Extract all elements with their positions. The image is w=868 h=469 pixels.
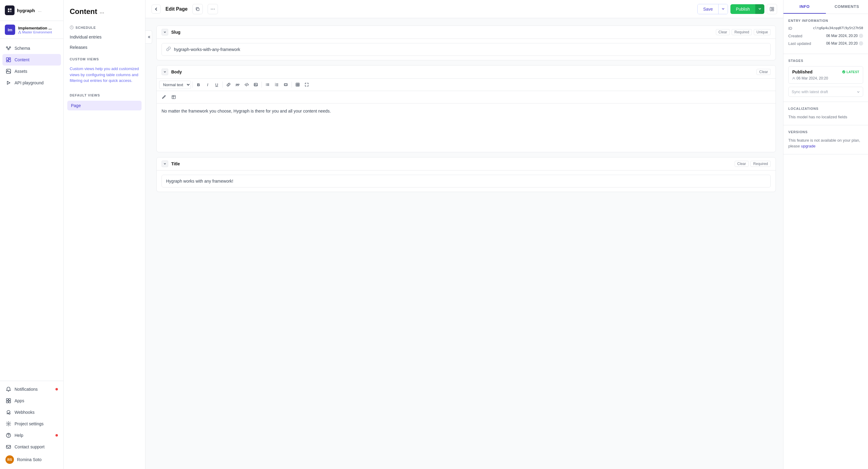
svg-point-29 [213, 8, 213, 9]
save-button[interactable]: Save [698, 4, 718, 14]
title-input[interactable] [161, 175, 771, 187]
svg-point-22 [8, 423, 9, 425]
link-rte-button[interactable] [224, 80, 233, 89]
main-nav: Schema Content Assets [0, 39, 63, 381]
id-label: ID [788, 26, 792, 31]
svg-point-37 [266, 84, 267, 85]
schedule-section-label: SCHEDULE [64, 21, 145, 32]
apps-label: Apps [14, 398, 24, 403]
ordered-list-button[interactable]: 1 2 3 [273, 80, 281, 89]
entry-info-title: ENTRY INFORMATION [788, 19, 863, 23]
stages-title: STAGES [788, 59, 863, 62]
table-2-button[interactable] [169, 93, 178, 101]
workspace-section[interactable]: Im Implementation ... Master Environment [0, 21, 63, 39]
italic-button[interactable]: I [204, 80, 212, 89]
save-dropdown-button[interactable] [719, 4, 728, 14]
bullet-list-button[interactable] [264, 80, 272, 89]
collapse-right-button[interactable] [783, 0, 783, 13]
sidebar-item-schema[interactable]: Schema [2, 42, 61, 54]
more-button[interactable] [208, 4, 218, 14]
chevron-down-small-icon [164, 31, 166, 33]
svg-rect-7 [9, 47, 10, 48]
fullscreen-button[interactable] [303, 80, 311, 89]
rte-content-area[interactable]: No matter the framework you choose, Hygr… [157, 104, 776, 152]
sidebar-item-api[interactable]: API playground [2, 77, 61, 89]
upgrade-link[interactable]: upgrade [801, 144, 815, 148]
publish-dropdown-button[interactable] [755, 4, 764, 14]
copy-icon [195, 7, 200, 11]
content-title-more[interactable]: ... [100, 8, 104, 15]
svg-point-36 [266, 83, 267, 84]
stage-name: Published [792, 69, 812, 74]
slug-collapse-button[interactable] [161, 29, 168, 35]
workspace-item[interactable]: Im Implementation ... Master Environment [5, 25, 59, 35]
id-value: cltg6p4u34zqq07l9y5t27h50 [813, 26, 863, 30]
edit-button[interactable] [160, 93, 168, 101]
body-field-label: Body [171, 69, 182, 74]
tab-comments[interactable]: COMMENTS [826, 0, 868, 13]
title-collapse-button[interactable] [161, 160, 168, 167]
more-icon [210, 7, 215, 11]
sidebar-item-notifications[interactable]: Notifications [2, 383, 61, 395]
link-icon [166, 47, 171, 53]
quote-icon [236, 83, 240, 87]
svg-rect-27 [197, 8, 199, 10]
versions-section: VERSIONS This feature is not available o… [783, 125, 868, 154]
svg-point-24 [8, 437, 9, 437]
contact-support-label: Contact support [14, 444, 44, 449]
sidebar-link-individual-entries[interactable]: Individual entries [64, 32, 145, 42]
toolbar-divider-1 [192, 82, 193, 88]
sidebar-item-content[interactable]: Content [2, 54, 61, 65]
toolbar-divider-4 [291, 82, 292, 88]
slug-field: Slug Clear Required Unique [156, 26, 776, 60]
sidebar-item-project-settings[interactable]: Project settings [2, 418, 61, 430]
text-style-select[interactable]: Normal text [159, 81, 191, 89]
copy-button[interactable] [192, 4, 203, 14]
image-button[interactable] [252, 80, 260, 89]
embed-button[interactable] [282, 80, 290, 89]
body-field-actions: Clear [756, 69, 771, 75]
custom-views-label: CUSTOM VIEWS [64, 53, 145, 63]
table-button[interactable] [293, 80, 302, 89]
top-bar-actions: Save Publish [698, 4, 777, 14]
bold-button[interactable]: B [194, 80, 203, 89]
svg-rect-33 [772, 9, 774, 11]
sidebar-item-contact-support[interactable]: Contact support [2, 441, 61, 452]
sidebar-item-assets[interactable]: Assets [2, 65, 61, 77]
slug-clear-button[interactable]: Clear [716, 29, 730, 35]
sync-dropdown[interactable]: Sync with latest draft [788, 87, 863, 97]
content-title: Content [70, 7, 97, 16]
branch-icon [18, 31, 21, 34]
rte-toolbar: Normal text B I U [157, 79, 776, 91]
underline-button[interactable]: U [213, 80, 221, 89]
secondary-sidebar: Content ... SCHEDULE Individual entries … [64, 0, 146, 469]
embed-icon [284, 83, 288, 87]
created-row: Created 06 Mar 2024, 20:20 [788, 34, 863, 38]
svg-rect-17 [6, 399, 8, 401]
sidebar-item-help[interactable]: Help [2, 430, 61, 441]
svg-line-4 [19, 32, 20, 32]
chevron-down-icon [722, 7, 725, 10]
publish-button[interactable]: Publish [731, 4, 755, 14]
collapse-left-button[interactable] [146, 30, 152, 44]
logo-area: hygraph ... [0, 0, 63, 21]
view-button[interactable] [767, 4, 777, 14]
svg-rect-6 [6, 47, 7, 48]
tab-info[interactable]: INFO [783, 0, 826, 13]
body-collapse-button[interactable] [161, 68, 168, 75]
back-button[interactable] [152, 4, 161, 13]
help-badge [56, 434, 58, 437]
default-view-page[interactable]: Page [67, 101, 142, 111]
sidebar-item-user[interactable]: RS Romina Soto [2, 452, 61, 467]
quote-button[interactable] [234, 80, 242, 89]
notifications-badge [56, 388, 58, 390]
sidebar-item-webhooks[interactable]: Webhooks [2, 407, 61, 418]
title-clear-button[interactable]: Clear [735, 161, 749, 167]
sidebar-link-releases[interactable]: Releases [64, 42, 145, 53]
body-clear-button[interactable]: Clear [756, 69, 771, 75]
sidebar-item-apps[interactable]: Apps [2, 395, 61, 407]
slug-input[interactable] [174, 47, 766, 52]
logo-more[interactable]: ... [38, 8, 41, 13]
svg-rect-12 [9, 58, 10, 59]
code-button[interactable] [243, 80, 251, 89]
